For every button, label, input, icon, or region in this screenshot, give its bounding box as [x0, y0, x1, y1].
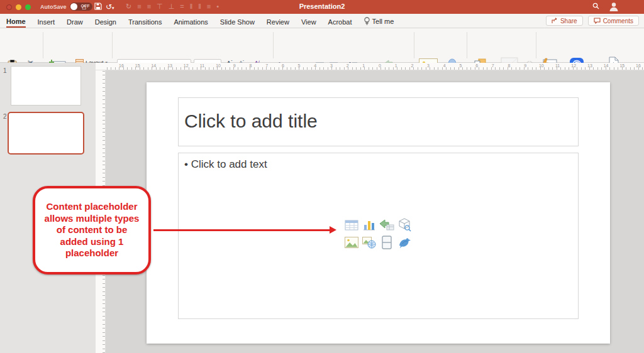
tell-me-label: Tell me — [372, 18, 394, 25]
comments-button[interactable]: Comments — [588, 16, 639, 26]
annotation-arrow — [153, 229, 331, 231]
tab-review[interactable]: Review — [267, 16, 289, 27]
slide-number: 1 — [3, 67, 7, 74]
tabbar-right-actions: Share Comments — [546, 16, 639, 26]
slide-thumbnail-2[interactable] — [8, 112, 84, 155]
insert-smartart-icon[interactable] — [379, 217, 394, 232]
title-bar: AutoSave OFF ⌂ ↺▾ ↻ ≡ ≡ ⊤ ⊥ = ‖ ‖ ≡ • Pr… — [0, 0, 644, 14]
ruler-numbers: 1615141312111098765432101234567891011121… — [118, 63, 641, 68]
share-button[interactable]: Share — [546, 16, 583, 26]
share-label: Share — [560, 18, 577, 24]
annotation-text: Content placeholder allows multiple type… — [42, 201, 142, 259]
title-placeholder[interactable]: Click to add title — [178, 97, 579, 146]
video-icon[interactable] — [379, 235, 394, 250]
horizontal-ruler: 1615141312111098765432101234567891011121… — [96, 63, 644, 70]
chart-icon[interactable] — [362, 217, 377, 232]
comment-icon — [594, 18, 601, 24]
tab-strip: HomeInsertDrawDesignTransitionsAnimation… — [6, 14, 394, 28]
title-placeholder-text: Click to add title — [184, 111, 578, 132]
content-placeholder-text: • Click to add text — [184, 158, 578, 171]
account-icon[interactable] — [609, 1, 619, 14]
content-placeholder[interactable]: • Click to add text — [178, 153, 579, 319]
content-insert-icons — [344, 217, 413, 251]
3d-model-icon[interactable] — [397, 217, 412, 232]
comments-label: Comments — [603, 18, 633, 24]
tab-insert[interactable]: Insert — [38, 16, 55, 27]
insert-picture-icon[interactable] — [344, 235, 359, 250]
tab-acrobat[interactable]: Acrobat — [328, 16, 352, 27]
ribbon-tab-bar: HomeInsertDrawDesignTransitionsAnimation… — [0, 14, 644, 28]
table-icon[interactable] — [344, 217, 359, 232]
bullet-glyph: • — [184, 158, 188, 170]
tell-me-button[interactable]: Tell me — [364, 17, 394, 25]
slide-number: 2 — [3, 113, 7, 120]
slide-thumbnail-1[interactable] — [11, 66, 81, 106]
online-pictures-icon[interactable] — [362, 235, 377, 250]
stock-icons-icon[interactable] — [397, 235, 412, 250]
tab-animations[interactable]: Animations — [174, 16, 208, 27]
share-icon — [552, 18, 558, 24]
ribbon: ▾ Paste ✂ ▾ ▾ New Slide Layout▾ — [0, 28, 644, 63]
window-title: Presentation2 — [0, 3, 644, 10]
search-icon[interactable] — [592, 2, 599, 12]
annotation-callout[interactable]: Content placeholder allows multiple type… — [33, 186, 151, 274]
tab-design[interactable]: Design — [95, 16, 116, 27]
tab-transitions[interactable]: Transitions — [128, 16, 162, 27]
annotation-arrow-head — [330, 226, 336, 234]
content-text: Click to add text — [191, 158, 267, 170]
tab-slide-show[interactable]: Slide Show — [220, 16, 255, 27]
slide-canvas[interactable]: Click to add title • Click to add text — [147, 82, 610, 344]
tab-home[interactable]: Home — [6, 15, 26, 28]
tab-view[interactable]: View — [301, 16, 316, 27]
powerpoint-window: AutoSave OFF ⌂ ↺▾ ↻ ≡ ≡ ⊤ ⊥ = ‖ ‖ ≡ • Pr… — [0, 0, 644, 353]
tab-draw[interactable]: Draw — [67, 16, 83, 27]
lightbulb-icon — [364, 17, 370, 25]
